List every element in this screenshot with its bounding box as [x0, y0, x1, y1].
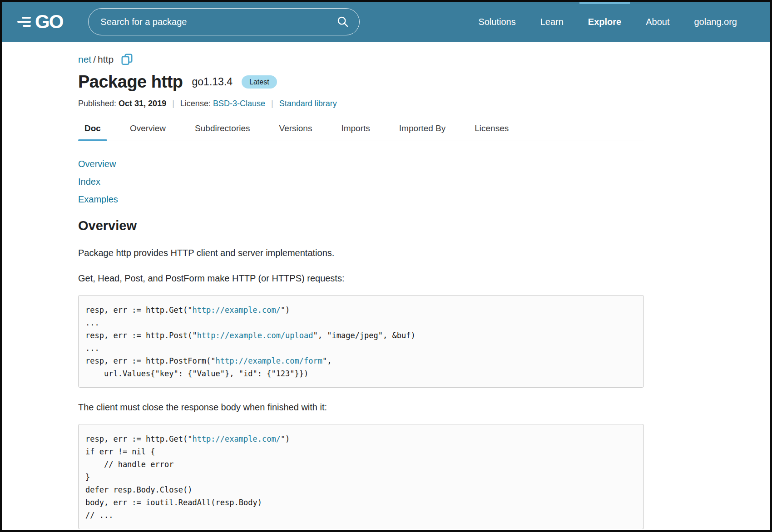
toc-link-overview[interactable]: Overview: [78, 155, 644, 173]
code-text: ",: [322, 356, 332, 365]
code-block-1: resp, err := http.Get("http://example.co…: [78, 295, 644, 388]
nav-item-learn[interactable]: Learn: [528, 2, 576, 42]
overview-paragraph-2: Get, Head, Post, and PostForm make HTTP …: [78, 272, 644, 284]
code-url-link[interactable]: http://example.com/: [192, 305, 280, 315]
latest-badge[interactable]: Latest: [242, 75, 277, 89]
code-text: ", "image/jpeg", &buf): [313, 331, 416, 340]
overview-paragraph-3: The client must close the response body …: [78, 401, 644, 413]
code-text: resp, err := http.Get(": [85, 305, 192, 315]
package-meta-row: Published: Oct 31, 2019 | License: BSD-3…: [78, 99, 644, 108]
tab-versions[interactable]: Versions: [273, 123, 319, 141]
doc-toc: OverviewIndexExamples: [78, 155, 644, 208]
tab-subdirectories[interactable]: Subdirectories: [188, 123, 256, 141]
code-text: "): [281, 434, 290, 443]
nav-item-golangorg[interactable]: golang.org: [682, 2, 749, 42]
published-date: Oct 31, 2019: [119, 99, 166, 108]
code-text: if err != nil {: [85, 447, 155, 456]
tab-licenses[interactable]: Licenses: [468, 123, 515, 141]
page-title: Package http: [78, 72, 183, 92]
code-text: ...: [85, 318, 99, 327]
tab-overview[interactable]: Overview: [124, 123, 172, 141]
standard-library-link[interactable]: Standard library: [279, 99, 337, 108]
package-version: go1.13.4: [192, 76, 233, 88]
code-url-link[interactable]: http://example.com/upload: [197, 331, 313, 340]
breadcrumb-link-net[interactable]: net: [78, 54, 91, 65]
main-content: net/http Package http go1.13.4 Latest Pu…: [2, 53, 644, 529]
tab-imported-by[interactable]: Imported By: [393, 123, 452, 141]
nav-item-solutions[interactable]: Solutions: [466, 2, 528, 42]
copy-icon: [121, 53, 133, 65]
tab-bar: DocOverviewSubdirectoriesVersionsImports…: [78, 123, 644, 141]
license-label: License: BSD-3-Clause: [180, 99, 265, 108]
code-text: }: [85, 473, 90, 482]
license-link[interactable]: BSD-3-Clause: [213, 99, 265, 108]
search-button[interactable]: [337, 15, 349, 28]
code-text: resp, err := http.Get(": [85, 434, 192, 443]
code-text: body, err := ioutil.ReadAll(resp.Body): [85, 498, 262, 507]
search-icon: [337, 15, 349, 28]
breadcrumb-separator: /: [93, 54, 96, 65]
tab-doc[interactable]: Doc: [78, 123, 107, 141]
meta-separator: |: [271, 99, 273, 108]
meta-separator: |: [172, 99, 174, 108]
nav-item-about[interactable]: About: [633, 2, 682, 42]
toc-link-examples[interactable]: Examples: [78, 191, 644, 208]
code-text: // ...: [85, 511, 113, 520]
code-text: defer resp.Body.Close(): [85, 485, 192, 494]
copy-path-button[interactable]: [121, 53, 133, 65]
tab-imports[interactable]: Imports: [335, 123, 376, 141]
code-url-link[interactable]: http://example.com/form: [216, 356, 322, 365]
code-text: resp, err := http.Post(": [85, 331, 197, 340]
site-header: GO SolutionsLearnExploreAboutgolang.org: [2, 2, 770, 42]
search-input[interactable]: [100, 17, 337, 27]
header-nav: SolutionsLearnExploreAboutgolang.org: [466, 2, 749, 42]
nav-item-explore[interactable]: Explore: [576, 2, 633, 42]
search-box[interactable]: [88, 8, 360, 35]
overview-heading: Overview: [78, 218, 644, 233]
code-url-link[interactable]: http://example.com/: [192, 434, 280, 443]
overview-paragraph-1: Package http provides HTTP client and se…: [78, 247, 644, 259]
go-logo-speed-lines-icon: [17, 17, 31, 27]
code-text: url.Values{"key": {"Value"}, "id": {"123…: [85, 369, 308, 378]
code-text: // handle error: [85, 460, 173, 469]
package-title-row: Package http go1.13.4 Latest: [78, 72, 644, 92]
code-text: resp, err := http.PostForm(": [85, 356, 216, 365]
code-text: "): [281, 305, 290, 315]
breadcrumb-current: http: [98, 54, 114, 65]
code-text: ...: [85, 344, 99, 353]
breadcrumb: net/http: [78, 53, 644, 65]
published-label: Published: Oct 31, 2019: [78, 99, 166, 108]
toc-link-index[interactable]: Index: [78, 173, 644, 191]
code-block-2: resp, err := http.Get("http://example.co…: [78, 424, 644, 529]
go-logo-text: GO: [35, 12, 63, 31]
go-logo[interactable]: GO: [17, 12, 63, 31]
